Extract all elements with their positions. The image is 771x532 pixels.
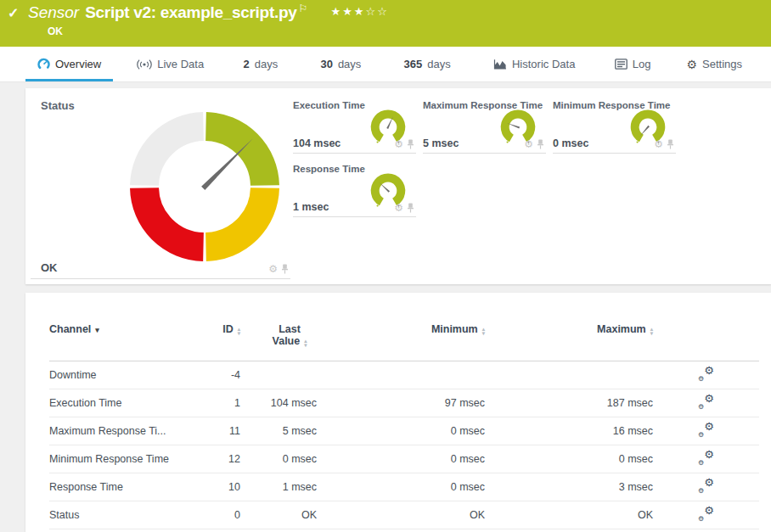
channel-minimum-cell <box>317 361 485 389</box>
table-row[interactable]: Downtime -4 ⚙⚙ <box>49 361 759 389</box>
channel-name-cell[interactable]: Downtime <box>49 361 206 389</box>
tab-bar: Overview Live Data 2 days 30 days 365 da… <box>0 47 771 82</box>
table-row[interactable]: Response Time 10 1 msec 0 msec 3 msec ⚙⚙ <box>49 473 759 501</box>
edit-channel-gears-icon[interactable]: ⚙⚙ <box>698 507 714 521</box>
channel-last-value-cell: 1 msec <box>240 473 317 501</box>
status-gauge-card: Status OK ⚙ <box>25 88 293 284</box>
tab-2-days[interactable]: 2 days <box>231 47 290 81</box>
channel-name-cell[interactable]: Response Time <box>49 473 206 501</box>
channel-name-cell[interactable]: Minimum Response Time <box>49 445 206 473</box>
channel-maximum-cell: 3 msec <box>485 473 653 501</box>
priority-stars[interactable]: ★★★☆☆ <box>331 5 389 18</box>
table-row[interactable]: Minimum Response Time 12 0 msec 0 msec 0… <box>49 445 759 473</box>
flag-icon[interactable]: ⚐ <box>298 3 307 14</box>
column-header-maximum[interactable]: Maximum▴▾ <box>485 318 653 361</box>
column-header-minimum[interactable]: Minimum▴▾ <box>317 318 485 361</box>
live-data-icon <box>137 59 152 70</box>
edit-channel-gears-icon[interactable]: ⚙⚙ <box>698 479 714 493</box>
tab-settings[interactable]: ⚙ Settings <box>674 47 754 81</box>
edit-channel-gears-icon[interactable]: ⚙⚙ <box>698 367 714 381</box>
tab-live-data-label: Live Data <box>157 58 204 70</box>
channel-last-value-cell: OK <box>240 501 317 529</box>
pin-icon[interactable] <box>667 139 674 149</box>
gauge-settings-gear-icon[interactable]: ⚙ <box>394 204 403 212</box>
channel-name-cell[interactable]: Execution Time <box>49 389 206 417</box>
sort-desc-icon: ▾ <box>95 326 99 334</box>
channel-maximum-cell <box>485 361 653 389</box>
channel-name-cell[interactable]: Maximum Response Ti... <box>49 417 206 445</box>
tab-log[interactable]: Log <box>603 47 663 81</box>
gauge-value: 1 msec <box>293 201 329 213</box>
gauge-settings-gear-icon[interactable]: ⚙ <box>394 140 403 148</box>
gauge-card-maximum-response-time: Maximum Response Time 5 msec ⚙ <box>423 100 546 154</box>
table-row[interactable]: Execution Time 1 104 msec 97 msec 187 ms… <box>49 389 759 417</box>
tab-2-days-number: 2 <box>243 58 249 70</box>
status-gauge-title: Status <box>41 99 75 112</box>
gauges-panel: Status OK ⚙ Execution Time <box>25 88 771 284</box>
tab-365-days-unit: days <box>427 58 450 70</box>
ok-check-icon: ✓ <box>8 5 19 21</box>
pin-icon[interactable] <box>407 203 414 213</box>
column-header-last-value-label: Last Value <box>273 323 301 347</box>
column-header-last-value[interactable]: Last Value▴▾ <box>240 318 317 361</box>
tab-settings-label: Settings <box>702 58 742 70</box>
gauge-settings-gear-icon[interactable]: ⚙ <box>268 265 278 273</box>
object-type-label: Sensor <box>28 3 79 21</box>
status-donut-gauge <box>128 110 281 263</box>
column-header-edit <box>653 318 759 361</box>
tab-log-label: Log <box>633 58 651 70</box>
sort-icon: ▴▾ <box>650 328 653 335</box>
edit-channel-gears-icon[interactable]: ⚙⚙ <box>698 395 714 409</box>
column-header-channel[interactable]: Channel▾ <box>49 318 206 361</box>
gauge-needle <box>639 126 650 137</box>
channel-minimum-cell: 0 msec <box>317 473 485 501</box>
channel-maximum-cell: OK <box>485 501 653 529</box>
channel-id-cell: 1 <box>206 389 240 417</box>
gauge-settings-gear-icon[interactable]: ⚙ <box>654 140 663 148</box>
channel-name-cell[interactable]: Status <box>49 501 206 529</box>
settings-gear-icon: ⚙ <box>686 58 697 71</box>
column-header-channel-label: Channel <box>49 323 91 335</box>
sensor-title-line: SensorScript v2: example_script.py⚐ ★★★☆… <box>28 3 389 22</box>
pin-icon[interactable] <box>407 139 414 149</box>
gauge-icon <box>37 58 50 70</box>
column-header-maximum-label: Maximum <box>597 323 646 335</box>
channel-minimum-cell: 0 msec <box>317 417 485 445</box>
channel-id-cell: -4 <box>206 361 240 389</box>
tab-live-data[interactable]: Live Data <box>125 47 216 81</box>
tab-overview-label: Overview <box>55 58 101 70</box>
tab-historic-data[interactable]: Historic Data <box>481 47 587 81</box>
channel-maximum-cell: 187 msec <box>485 389 653 417</box>
channel-id-cell: 11 <box>206 417 240 445</box>
sort-icon: ▴▾ <box>304 339 307 347</box>
column-header-id[interactable]: ID▴▾ <box>206 318 240 361</box>
page-title: Script v2: example_script.py <box>85 3 296 21</box>
gauge-settings-gear-icon[interactable]: ⚙ <box>524 140 533 148</box>
pin-icon[interactable] <box>281 264 289 274</box>
tab-365-days[interactable]: 365 days <box>392 47 463 81</box>
channel-minimum-cell: OK <box>317 501 485 529</box>
table-row[interactable]: Status 0 OK OK OK ⚙⚙ <box>49 501 759 529</box>
table-row[interactable]: Maximum Response Ti... 11 5 msec 0 msec … <box>49 417 759 445</box>
channels-panel: Channel▾ ID▴▾ Last Value▴▾ Minimum▴▾ Max… <box>25 293 771 532</box>
edit-channel-gears-icon[interactable]: ⚙⚙ <box>698 451 714 465</box>
table-header-row: Channel▾ ID▴▾ Last Value▴▾ Minimum▴▾ Max… <box>49 318 759 361</box>
mini-gauges-grid: Execution Time 104 msec ⚙ Maximum Respon… <box>293 88 676 284</box>
column-header-id-label: ID <box>222 323 234 335</box>
tab-overview[interactable]: Overview <box>25 47 113 81</box>
sensor-status-text: OK <box>48 25 63 37</box>
channel-id-cell: 10 <box>206 473 240 501</box>
pin-icon[interactable] <box>537 139 544 149</box>
sensor-header: ✓ SensorScript v2: example_script.py⚐ ★★… <box>0 0 771 47</box>
sort-icon: ▴▾ <box>482 328 485 335</box>
gauge-card-response-time: Response Time 1 msec ⚙ <box>293 164 416 217</box>
gauge-value: 5 msec <box>423 137 459 149</box>
tab-30-days-unit: days <box>338 58 361 70</box>
tab-30-days[interactable]: 30 days <box>308 47 373 81</box>
channel-minimum-cell: 0 msec <box>317 445 485 473</box>
historic-data-icon <box>493 59 507 70</box>
edit-channel-gears-icon[interactable]: ⚙⚙ <box>698 423 714 437</box>
gauge-value: 104 msec <box>293 137 340 149</box>
channel-last-value-cell: 104 msec <box>240 389 317 417</box>
column-header-minimum-label: Minimum <box>431 323 478 335</box>
